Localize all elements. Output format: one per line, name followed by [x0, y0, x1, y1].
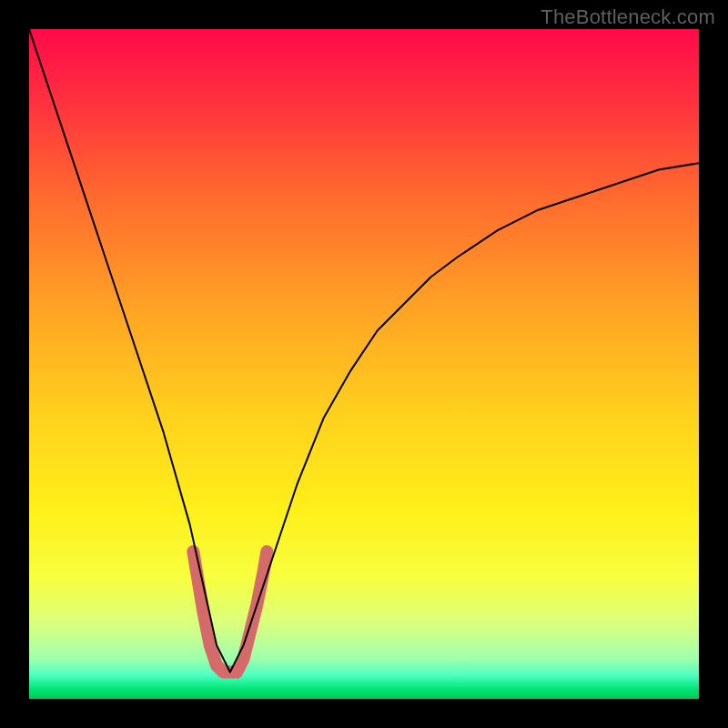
optimal-zone-curve	[193, 551, 267, 672]
watermark-text: TheBottleneck.com	[541, 5, 715, 29]
curve-layer	[29, 29, 699, 699]
plot-area	[29, 29, 699, 699]
bottleneck-curve	[29, 29, 699, 672]
chart-frame: TheBottleneck.com	[0, 0, 728, 728]
